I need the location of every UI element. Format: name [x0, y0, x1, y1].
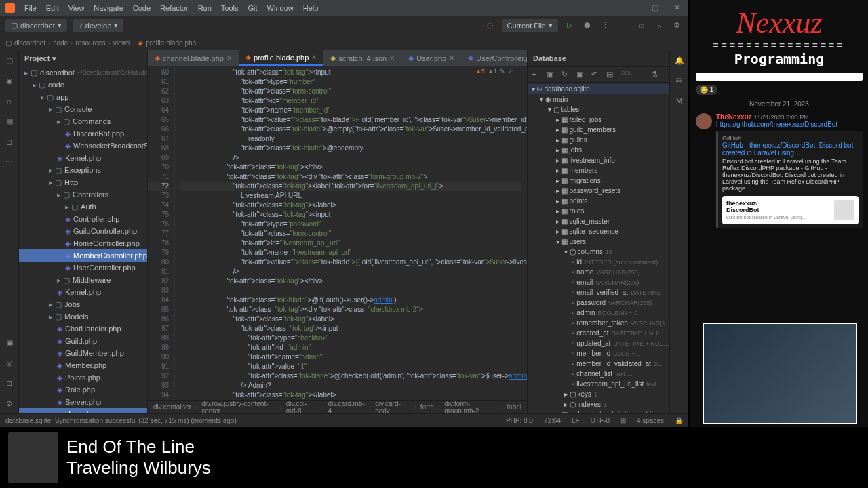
add-datasource-icon[interactable]: + — [532, 70, 541, 79]
db-tree-item[interactable]: ▫ channel_listtext … — [528, 369, 669, 379]
codewithme-icon[interactable]: ☺ — [635, 20, 648, 32]
expand-icon[interactable]: ⤢ — [508, 68, 513, 75]
notifications-icon[interactable]: 🔔 — [673, 54, 686, 66]
run-icon[interactable]: ▷ — [564, 20, 576, 32]
tree-item[interactable]: ◈GuildController.php — [19, 225, 147, 237]
menu-window[interactable]: Window — [267, 4, 294, 12]
db-tree-item[interactable]: ▾ ◉ main — [528, 94, 669, 104]
editor-tab[interactable]: ◈channel.blade.php✕ — [148, 50, 239, 66]
settings-icon[interactable]: ⚙ — [671, 20, 683, 32]
tree-item[interactable]: ▸ ▢discordbot~/Development/GitHub/disco — [19, 66, 147, 79]
tree-item[interactable]: ◈Kernel.php — [19, 286, 147, 298]
project-selector[interactable]: ▢ discordbot ▾ — [5, 19, 67, 32]
db-tree-item[interactable]: ▾ ⛁ database.sqlite — [528, 84, 669, 94]
search-icon[interactable]: ⌕ — [653, 20, 665, 32]
db-tree-item[interactable]: ▫ created_atDATETIME + NUL… — [528, 328, 669, 338]
menu-code[interactable]: Code — [133, 4, 151, 12]
project-tree[interactable]: ▸ ▢discordbot~/Development/GitHub/disco▸… — [19, 66, 147, 413]
db-tree-item[interactable]: ▸ ▦ members — [528, 165, 669, 176]
db-tree-item[interactable]: ▸ ▦ guilds — [528, 135, 669, 145]
tree-item[interactable]: ◈WebsocketBroadcastServer — [19, 140, 147, 152]
status-caret-pos[interactable]: 72:64 — [544, 417, 561, 424]
database-tree[interactable]: ▾ ⛁ database.sqlite▾ ◉ main▾ ▢ tables▸ ▦… — [528, 83, 669, 413]
db-tree-item[interactable]: ▸ ▦ jobs — [528, 145, 669, 155]
refresh-icon[interactable]: ↻ — [561, 70, 571, 79]
editor-tab[interactable]: ◈profile.blade.php✕ — [239, 50, 323, 66]
maximize-icon[interactable]: ▢ — [649, 3, 661, 13]
db-tree-item[interactable]: ▸ ▦ roles — [528, 206, 669, 216]
pull-requests-icon[interactable]: ⑃ — [3, 95, 16, 107]
tree-item[interactable]: ▸ ▢Auth — [19, 201, 147, 213]
tab-close-icon[interactable]: ✕ — [449, 54, 454, 62]
db-tree-item[interactable]: ▸ ▦ failed_jobs — [528, 115, 669, 125]
status-line-sep[interactable]: LF — [572, 417, 580, 424]
status-php[interactable]: PHP: 8.0 — [506, 417, 533, 424]
status-encoding[interactable]: UTF-8 — [591, 417, 610, 424]
tree-item[interactable]: ◈MemberController.php — [19, 249, 147, 262]
tree-item[interactable]: ▸ ▢Http — [19, 176, 147, 188]
typo-icon[interactable]: ✎ — [500, 68, 505, 75]
tree-item[interactable]: ▸ ▢Console — [19, 103, 147, 115]
tree-item[interactable]: ▸ ▢code — [19, 79, 147, 91]
menu-edit[interactable]: Edit — [46, 4, 59, 12]
menu-tools[interactable]: Tools — [221, 4, 239, 12]
filter-icon[interactable]: ⚗ — [651, 70, 660, 79]
tab-close-icon[interactable]: ✕ — [389, 54, 395, 62]
db-tree-item[interactable]: ▫ emailVARCHAR(255) — [528, 277, 669, 287]
stop-icon[interactable]: ▣ — [576, 70, 586, 79]
remote-host-icon[interactable]: M — [673, 95, 686, 107]
services-icon[interactable]: ⊡ — [3, 377, 16, 389]
project-panel-header[interactable]: Project ▾ — [19, 50, 147, 66]
db-tree-item[interactable]: ▫ updated_atDATETIME + NUL… — [528, 338, 669, 348]
tree-item[interactable]: ◈Controller.php — [19, 213, 147, 225]
debug-icon[interactable]: ⬢ — [581, 20, 593, 32]
tree-item[interactable]: ◈User.php — [19, 408, 147, 413]
db-tree-item[interactable]: ▫ nameVARCHAR(255) — [528, 267, 669, 277]
run-config-selector[interactable]: Current File ▾ — [502, 19, 558, 32]
tree-item[interactable]: ◈DiscordBot.php — [19, 127, 147, 140]
db-tree-item[interactable]: ▫ member_idCLOB + … — [528, 348, 669, 359]
structure-icon[interactable]: ▤ — [3, 115, 16, 127]
jump-to-console-icon[interactable]: ▤ — [606, 70, 616, 79]
db-tree-item[interactable]: ▸ ▦ livestream_info — [528, 155, 669, 165]
warning-icon[interactable]: ▲5 — [475, 68, 485, 75]
db-tree-item[interactable]: ▸ ▢ indexes1 — [528, 399, 669, 409]
db-tree-item[interactable]: ▸ ▦ guild_members — [528, 125, 669, 135]
tree-item[interactable]: ◈Server.php — [19, 396, 147, 408]
code-editor[interactable]: 6061626364656667686970717273747576777879… — [148, 66, 527, 400]
tree-item[interactable]: ▸ ▢Commands — [19, 115, 147, 127]
db-tree-item[interactable]: ▫ adminBOOLEAN = 0 — [528, 308, 669, 318]
db-tree-item[interactable]: ▸ ▢ keys1 — [528, 389, 669, 399]
readonly-icon[interactable]: 🔒 — [675, 417, 683, 424]
db-tree-item[interactable]: ▸ ▦ sqlite_master — [528, 216, 669, 226]
db-tree-item[interactable]: ▾ ▢ columns19 — [528, 247, 669, 257]
db-tree-item[interactable]: ▸ ▦ points — [528, 196, 669, 206]
minimize-icon[interactable]: — — [627, 3, 639, 13]
schema-icon[interactable]: ⊞ — [620, 417, 626, 424]
menu-view[interactable]: View — [68, 4, 85, 12]
ddl-icon[interactable]: DDL — [621, 70, 631, 79]
problems-icon[interactable]: ⊘ — [3, 397, 16, 409]
commit-tool-icon[interactable]: ◉ — [3, 75, 16, 87]
db-tree-item[interactable]: ▾ ▦ users — [528, 237, 669, 247]
db-tree-item[interactable]: ▫ idINTEGER (auto increment) — [528, 257, 669, 267]
db-tree-item[interactable]: ▸ ▦ sqlite_sequence — [528, 226, 669, 237]
tree-item[interactable]: ▸ ▢Jobs — [19, 298, 147, 310]
tree-item[interactable]: ◈HomeController.php — [19, 237, 147, 249]
more-icon[interactable]: ⋮ — [599, 20, 611, 32]
db-tree-item[interactable]: ▫ livestream_api_url_listtext … — [528, 379, 669, 389]
tree-item[interactable]: ◈GuildMember.php — [19, 347, 147, 359]
more-tools-icon[interactable]: ⋯ — [3, 156, 16, 168]
db-tree-item[interactable]: ▫ passwordVARCHAR(255) — [528, 298, 669, 308]
tree-item[interactable]: ▸ ▢Models — [19, 310, 147, 323]
menu-git[interactable]: Git — [248, 4, 258, 12]
tree-item[interactable]: ◈Guild.php — [19, 335, 147, 347]
close-icon[interactable]: ✕ — [671, 3, 683, 13]
db-tree-item[interactable]: ▫ remember_tokenVARCHAR(1… — [528, 318, 669, 328]
menu-navigate[interactable]: Navigate — [94, 4, 123, 12]
tab-close-icon[interactable]: ✕ — [311, 54, 317, 61]
db-tree-item[interactable]: ▫ member_id_validated_atD… — [528, 359, 669, 369]
menu-help[interactable]: Help — [303, 4, 319, 12]
code-content[interactable]: "tok-attr">class="tok-tag"><input "tok-a… — [175, 66, 527, 400]
tree-item[interactable]: ◈Points.php — [19, 371, 147, 384]
